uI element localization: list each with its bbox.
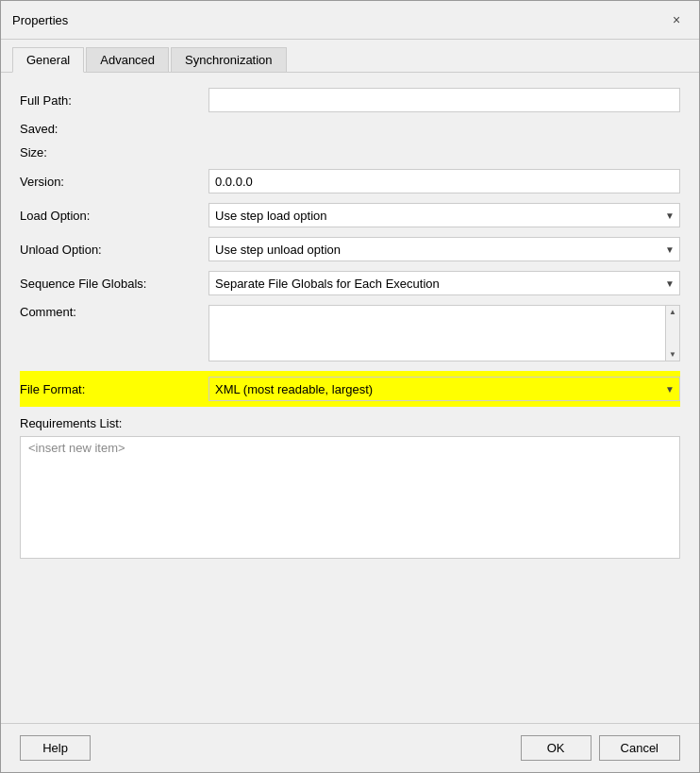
requirements-section: Requirements List: <insert new item>	[20, 416, 680, 559]
file-format-label: File Format:	[20, 382, 208, 396]
version-control	[208, 169, 680, 193]
requirements-placeholder: <insert new item>	[28, 441, 125, 455]
file-format-select[interactable]: XML (most readable, largest) Binary (fas…	[208, 377, 680, 401]
sequence-globals-control: Separate File Globals for Each Execution…	[208, 271, 680, 295]
file-format-row: File Format: XML (most readable, largest…	[20, 371, 680, 407]
version-label: Version:	[20, 175, 208, 189]
title-bar: Properties ×	[1, 1, 699, 40]
version-row: Version:	[20, 169, 680, 193]
unload-option-row: Unload Option: Use step unload option Un…	[20, 237, 680, 261]
dialog-title: Properties	[12, 13, 68, 27]
unload-option-label: Unload Option:	[20, 243, 208, 257]
tab-bar: General Advanced Synchronization	[1, 40, 699, 73]
unload-option-select[interactable]: Use step unload option Unload after each…	[208, 237, 680, 261]
unload-option-wrapper: Use step unload option Unload after each…	[208, 237, 680, 261]
comment-control: ▲ ▼	[208, 305, 680, 361]
sequence-globals-row: Sequence File Globals: Separate File Glo…	[20, 271, 680, 295]
full-path-row: Full Path:	[20, 88, 680, 112]
saved-row: Saved:	[20, 122, 680, 136]
full-path-input[interactable]	[208, 88, 680, 112]
properties-dialog: Properties × General Advanced Synchroniz…	[0, 0, 700, 773]
version-input[interactable]	[208, 169, 680, 193]
footer-right-buttons: OK Cancel	[521, 735, 680, 761]
help-button[interactable]: Help	[20, 735, 91, 761]
ok-button[interactable]: OK	[521, 735, 592, 761]
full-path-label: Full Path:	[20, 93, 208, 108]
saved-label: Saved:	[20, 122, 208, 136]
load-option-select[interactable]: Use step load option Reload for Each Exe…	[208, 203, 680, 227]
scroll-up-icon: ▲	[667, 306, 678, 318]
load-option-row: Load Option: Use step load option Reload…	[20, 203, 680, 227]
size-label: Size:	[20, 145, 208, 160]
load-option-control: Use step load option Reload for Each Exe…	[208, 203, 680, 227]
full-path-control	[208, 88, 680, 112]
file-format-control: XML (most readable, largest) Binary (fas…	[208, 377, 680, 401]
requirements-label: Requirements List:	[20, 416, 680, 430]
footer: Help OK Cancel	[1, 723, 699, 772]
tab-synchronization[interactable]: Synchronization	[171, 47, 287, 72]
comment-scrollbar[interactable]: ▲ ▼	[665, 305, 680, 361]
comment-textarea[interactable]	[208, 305, 665, 361]
comment-label: Comment:	[20, 305, 208, 319]
tab-advanced[interactable]: Advanced	[86, 47, 169, 72]
load-option-label: Load Option:	[20, 209, 208, 223]
sequence-globals-wrapper: Separate File Globals for Each Execution…	[208, 271, 680, 295]
sequence-globals-label: Sequence File Globals:	[20, 277, 208, 291]
size-row: Size:	[20, 145, 680, 160]
comment-row: Comment: ▲ ▼	[20, 305, 680, 361]
file-format-wrapper: XML (most readable, largest) Binary (fas…	[208, 377, 680, 401]
tab-general[interactable]: General	[12, 47, 84, 73]
requirements-box[interactable]: <insert new item>	[20, 436, 680, 559]
content-area: Full Path: Saved: Size: Version:	[1, 73, 699, 723]
cancel-button[interactable]: Cancel	[599, 735, 680, 761]
scroll-down-icon: ▼	[667, 348, 678, 361]
sequence-globals-select[interactable]: Separate File Globals for Each Execution…	[208, 271, 680, 295]
unload-option-control: Use step unload option Unload after each…	[208, 237, 680, 261]
close-button[interactable]: ×	[665, 8, 688, 31]
load-option-wrapper: Use step load option Reload for Each Exe…	[208, 203, 680, 227]
